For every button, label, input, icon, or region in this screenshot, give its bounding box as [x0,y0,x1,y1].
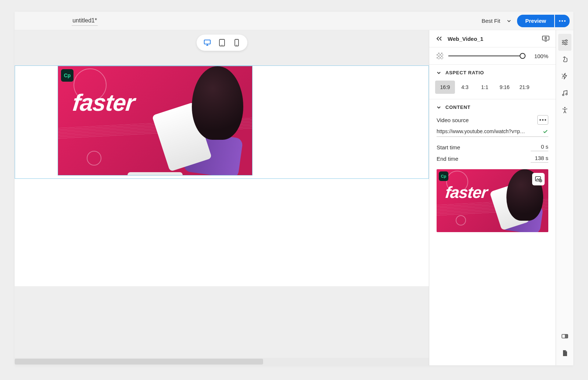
monitor-eye-icon [542,35,550,42]
zoom-fit-label: Best Fit [481,18,500,24]
aspect-ratio-section: ASPECT RATIO 16:9 4:3 1:1 9:16 21:9 [429,65,556,99]
accessibility-icon [561,106,569,114]
collapse-panel-button[interactable] [434,34,444,43]
slider-thumb[interactable] [520,53,526,59]
svg-point-15 [564,107,566,109]
file-icon [562,349,568,357]
touch-icon [561,56,569,63]
svg-point-14 [566,93,567,95]
device-tablet-button[interactable] [218,39,226,47]
svg-rect-0 [204,40,210,44]
opacity-row: 100% [429,47,556,65]
opacity-value[interactable]: 100% [531,53,548,59]
opacity-slider[interactable] [448,53,526,59]
phone-icon [234,39,239,47]
more-dots-icon [539,119,546,121]
svg-point-11 [563,42,564,43]
aspect-ratio-1-1[interactable]: 1:1 [475,81,495,94]
device-phone-button[interactable] [233,39,241,47]
aspect-ratio-9-16[interactable]: 9:16 [495,81,514,94]
properties-tab-button[interactable] [558,34,571,51]
aspect-ratio-21-9[interactable]: 21:9 [514,81,534,94]
app-window: untitled1* Best Fit Preview [15,12,573,365]
chevron-down-icon [507,19,511,23]
view-on-device-button[interactable] [541,34,551,43]
content-toggle[interactable]: CONTENT [437,104,548,110]
aspect-ratio-16-9[interactable]: 16:9 [435,81,455,94]
replace-thumbnail-button[interactable] [532,173,545,185]
filmstrip-icon [561,333,569,339]
transparency-icon [437,53,443,59]
interactions-tab-button[interactable] [558,51,571,68]
desktop-icon [203,38,211,47]
chevrons-left-icon [436,36,442,41]
end-time-input[interactable]: 138 s [531,155,548,163]
aspect-ratio-toggle[interactable]: ASPECT RATIO [437,70,548,75]
resize-handle[interactable] [128,172,183,175]
end-time-label: End time [437,156,458,162]
svg-point-13 [562,94,564,96]
check-icon [542,128,548,134]
audio-tab-button[interactable] [558,85,571,102]
svg-point-12 [565,43,566,45]
selected-object-name: Web_Video_1 [448,36,483,42]
preview-more-button[interactable] [555,15,570,27]
properties-panel: Web_Video_1 100% ASPECT RATIO [429,30,556,365]
svg-rect-17 [565,334,568,338]
canvas-scrollbar[interactable] [15,358,429,365]
start-time-input[interactable]: 0 s [531,143,548,151]
selection-bounds: Cp faster [15,65,429,179]
more-dots-icon [559,20,566,22]
zoom-fit-dropdown[interactable]: Best Fit [478,18,515,24]
svg-point-4 [236,45,237,46]
video-caption-text: faster [71,89,136,116]
video-source-options-button[interactable] [537,115,548,125]
svg-point-7 [545,38,546,39]
chevron-down-icon [437,105,441,110]
device-switcher [197,35,247,51]
svg-point-2 [222,45,222,46]
aspect-ratio-4-3[interactable]: 4:3 [455,81,475,94]
video-thumbnail-preview: Cp faster [437,169,548,232]
slide-stage[interactable]: Cp faster [15,65,429,286]
web-video-object[interactable]: Cp faster [58,66,252,175]
video-source-label: Video source [437,117,469,123]
captivate-badge-icon: Cp [61,69,74,82]
chevron-down-icon [437,71,441,75]
video-url-value: https://www.youtube.com/watch?v=p… [437,128,539,134]
main-area: Cp faster Web_Video_1 [15,30,573,365]
svg-point-10 [566,40,567,41]
device-desktop-button[interactable] [203,39,211,47]
aspect-ratio-title: ASPECT RATIO [445,70,484,75]
music-icon [561,89,569,97]
right-tool-rail [556,30,573,365]
document-title[interactable]: untitled1* [72,16,98,26]
canvas-area[interactable]: Cp faster [15,30,429,365]
top-toolbar: untitled1* Best Fit Preview [15,12,573,30]
lightning-icon [561,72,569,80]
content-title: CONTENT [445,104,470,110]
video-thumbnail: Cp faster [58,66,252,175]
start-time-label: Start time [437,144,460,150]
sliders-icon [561,39,569,46]
filmstrip-button[interactable] [558,328,571,345]
video-url-field[interactable]: https://www.youtube.com/watch?v=p… [437,128,548,137]
aspect-ratio-options: 16:9 4:3 1:1 9:16 21:9 [435,81,548,94]
animations-tab-button[interactable] [558,68,571,85]
tablet-icon [219,39,225,47]
accessibility-tab-button[interactable] [558,102,571,118]
captivate-badge-icon: Cp [439,171,448,181]
preview-button[interactable]: Preview [517,15,554,27]
image-add-icon [535,176,542,182]
thumbnail-caption-text: faster [444,183,488,202]
notes-button[interactable] [558,345,571,362]
content-section: CONTENT Video source https://www.youtube… [429,99,556,237]
